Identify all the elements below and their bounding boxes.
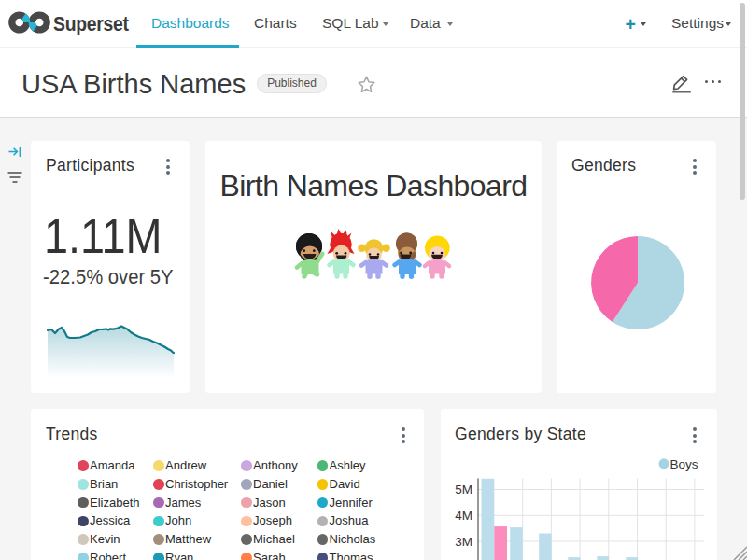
svg-text:Boys: Boys <box>670 457 698 471</box>
svg-text:5M: 5M <box>455 483 472 497</box>
svg-text:3M: 3M <box>455 535 472 549</box>
svg-text:4M: 4M <box>455 509 472 523</box>
